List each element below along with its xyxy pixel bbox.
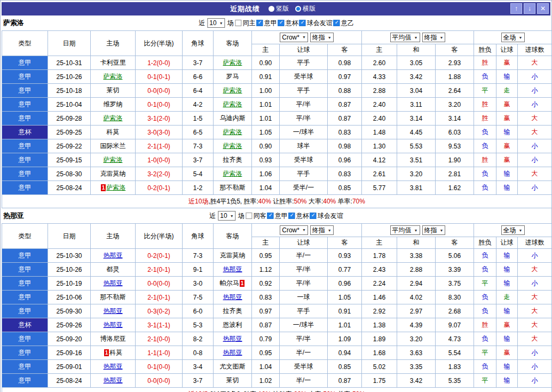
match-score[interactable]: 1-1(1-0) <box>136 346 183 360</box>
final-index-select[interactable]: 终指▼ <box>310 225 334 235</box>
away-team: 萨索洛 <box>214 84 252 98</box>
match-score[interactable]: 2-1(1-0) <box>136 139 183 153</box>
team-text[interactable]: 热那亚 <box>223 349 242 356</box>
home-team: 莱切 <box>91 84 136 98</box>
match-score[interactable]: 0-1(0-0) <box>136 98 183 112</box>
layout-option[interactable]: 横版 <box>295 4 316 13</box>
fulltime-select[interactable]: 全场▼ <box>501 33 525 42</box>
match-score[interactable]: 0-2(0-1) <box>136 249 183 263</box>
checkbox-icon <box>310 213 317 219</box>
euro-away-odds: 5.54 <box>436 346 474 360</box>
filter-checkbox[interactable]: 意杯 <box>289 211 309 221</box>
bookmaker-select[interactable]: Crow*▼ <box>280 225 308 235</box>
final-index-select[interactable]: 终指▼ <box>310 33 334 42</box>
match-date: 25-09-01 <box>48 360 91 374</box>
match-score[interactable]: 2-1(0-1) <box>136 291 183 304</box>
filter-checkbox[interactable]: 意甲 <box>257 19 277 28</box>
result-goals: 大 <box>518 332 552 346</box>
match-score[interactable]: 1-0(0-0) <box>136 153 183 167</box>
match-score[interactable]: 0-1(0-1) <box>136 70 183 84</box>
checkbox-icon <box>257 20 263 26</box>
match-score[interactable]: 0-3(0-2) <box>136 304 183 318</box>
filter-checkbox[interactable]: 意甲 <box>267 211 288 221</box>
team-text[interactable]: 热那亚 <box>104 321 123 328</box>
recent-count-select[interactable]: 10▼ <box>207 18 225 28</box>
euro-away-odds: 3.14 <box>436 112 474 126</box>
move-up-button[interactable]: ↑ <box>510 3 522 14</box>
team-text[interactable]: 萨索洛 <box>223 59 242 66</box>
team-text[interactable]: 萨索洛 <box>223 142 242 150</box>
team-text[interactable]: 萨索洛 <box>104 73 123 80</box>
filter-checkbox[interactable]: 球会友谊 <box>299 19 333 28</box>
summary-segment: 近10场 <box>188 390 208 392</box>
result-handicap: 走 <box>496 291 518 304</box>
team-text[interactable]: 热那亚 <box>104 279 123 287</box>
summary-segment: ,胜1平3负6, 胜率: <box>208 390 258 392</box>
corner-count: 5-4 <box>183 167 214 181</box>
euro-home-odds: 1.75 <box>362 374 397 388</box>
match-score[interactable]: 0-1(0-0) <box>136 360 183 374</box>
away-team: 萨索洛 <box>214 139 252 153</box>
recent-count-select[interactable]: 10▼ <box>218 211 235 221</box>
team-text[interactable]: 热那亚 <box>104 252 123 259</box>
euro-home-odds: 1.78 <box>362 249 397 263</box>
filter-checkbox[interactable]: 球会友谊 <box>310 211 343 221</box>
fulltime-select[interactable]: 全场▼ <box>501 225 525 235</box>
radio-icon <box>269 6 274 12</box>
match-score[interactable]: 0-2(0-1) <box>136 181 183 195</box>
team-text: 克雷莫纳 <box>100 170 126 177</box>
final-index-select[interactable]: 终指▼ <box>422 33 446 42</box>
team-text[interactable]: 萨索洛 <box>104 156 123 163</box>
team-text[interactable]: 热那亚 <box>223 335 242 342</box>
match-date: 25-10-31 <box>48 56 91 70</box>
result-handicap: 输 <box>496 181 518 195</box>
filter-checkbox[interactable]: 意乙 <box>334 19 354 28</box>
recent-suffix-label: 场 <box>238 211 245 221</box>
move-down-button[interactable]: ↓ <box>524 3 535 14</box>
filter-checkbox[interactable]: 同主 <box>235 19 256 28</box>
result-outcome: 负 <box>474 291 496 304</box>
result-outcome: 胜 <box>474 98 496 112</box>
final-index-select[interactable]: 终指▼ <box>422 225 446 235</box>
team-text[interactable]: 热那亚 <box>223 293 242 301</box>
home-team: 萨索洛 <box>91 153 136 167</box>
checkbox-text: 意甲 <box>275 211 288 221</box>
team-text[interactable]: 萨索洛 <box>223 170 242 177</box>
team-text[interactable]: 萨索洛 <box>223 128 242 136</box>
match-score[interactable]: 2-1(0-1) <box>136 263 183 277</box>
asian-handicap: 平/半 <box>280 263 328 277</box>
match-score[interactable]: 0-0(0-0) <box>136 84 183 98</box>
close-button[interactable]: ✕ <box>537 3 549 14</box>
team-text[interactable]: 热那亚 <box>104 377 123 384</box>
match-score[interactable]: 1-2(0-0) <box>136 56 183 70</box>
match-score[interactable]: 0-0(0-0) <box>136 277 183 291</box>
match-score[interactable]: 3-0(3-0) <box>136 126 183 139</box>
asian-away-odds: 0.98 <box>328 56 362 70</box>
average-select[interactable]: 平均值▼ <box>390 225 420 235</box>
match-score[interactable]: 2-1(0-0) <box>136 332 183 346</box>
team-text[interactable]: 萨索洛 <box>106 184 125 191</box>
filter-checkbox[interactable]: 同客 <box>246 211 266 221</box>
filter-checkbox[interactable]: 意杯 <box>278 19 298 28</box>
match-score[interactable]: 3-1(1-1) <box>136 318 183 332</box>
team-text[interactable]: 萨索洛 <box>223 87 242 94</box>
asian-handicap: 受半/一 <box>280 181 328 195</box>
team-text[interactable]: 萨索洛 <box>104 114 123 122</box>
corner-count: 3-4 <box>183 360 214 374</box>
match-score[interactable]: 3-1(2-0) <box>136 112 183 126</box>
team-text[interactable]: 热那亚 <box>223 265 242 273</box>
match-score[interactable]: 3-2(2-0) <box>136 167 183 181</box>
euro-away-odds: 2.93 <box>436 56 474 70</box>
average-select[interactable]: 平均值▼ <box>390 33 420 42</box>
team-text[interactable]: 萨索洛 <box>223 100 242 108</box>
bookmaker-select[interactable]: Crow*▼ <box>280 33 308 42</box>
league-badge: 意甲 <box>2 167 48 181</box>
team-text[interactable]: 热那亚 <box>104 363 123 370</box>
result-goals: 大 <box>518 304 552 318</box>
team-text[interactable]: 热那亚 <box>104 307 123 315</box>
match-score[interactable]: 0-0(0-0) <box>136 374 183 388</box>
layout-option[interactable]: 竖版 <box>269 4 289 13</box>
match-row: 意甲25-10-31卡利亚里1-2(0-0)3-7萨索洛0.90平手0.982.… <box>2 56 552 70</box>
league-badge: 意甲 <box>2 277 48 291</box>
match-date: 25-10-26 <box>48 263 91 277</box>
